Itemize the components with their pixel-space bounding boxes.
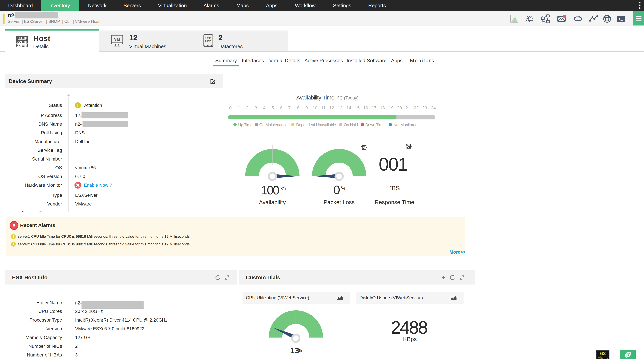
svg-text:SSD: SSD [206,36,211,40]
svg-text:VM: VM [114,37,120,42]
svg-text:HDD: HDD [205,40,212,43]
